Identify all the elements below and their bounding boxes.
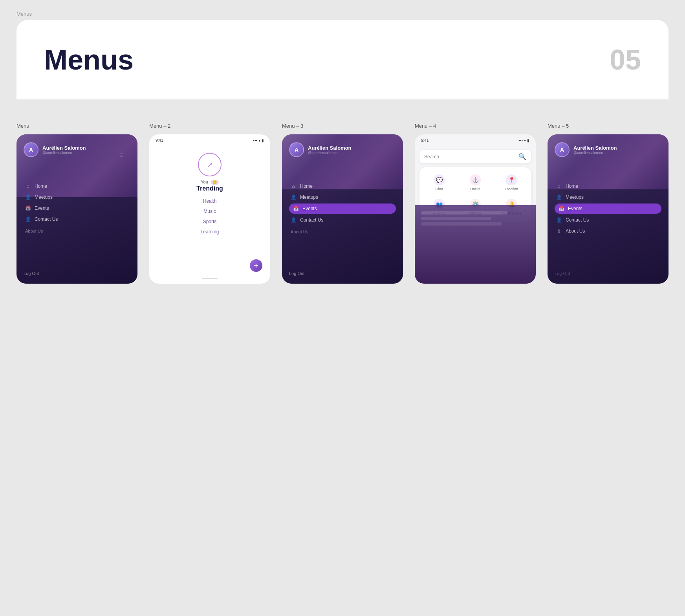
wifi-icon-4: ▾: [524, 138, 526, 143]
contact-icon: 👤: [25, 216, 31, 222]
menu1-user-handle: @aureliensalomon: [42, 151, 86, 155]
meetups-icon-3: 👤: [291, 194, 296, 200]
chart-area: ↗ You 😊 Trending Health Music Sports Lea…: [149, 145, 270, 241]
trending-sports[interactable]: Sports: [203, 216, 217, 227]
status-time-2: 9:41: [156, 138, 163, 143]
contact-icon-5: 👤: [556, 217, 562, 223]
menu5-item-events-active[interactable]: 📅 Events: [555, 204, 661, 214]
breadcrumb: Menus: [0, 0, 685, 20]
docks-icon: ⚓: [470, 174, 481, 185]
events-icon: 📅: [25, 205, 31, 211]
menu5-label: Menu – 5: [548, 123, 669, 129]
hero-number: 05: [610, 44, 641, 76]
menu2-col: Menu – 2 9:41 ▪▪▪ ▾ ▮ ↗ You 😊 Trending H…: [149, 123, 270, 284]
hamburger-icon[interactable]: ≡: [120, 152, 123, 159]
status-bar-2: 9:41 ▪▪▪ ▾ ▮: [149, 134, 270, 145]
about-icon-5: ℹ: [556, 228, 562, 234]
menu1-item-meetups[interactable]: 👤 Meetups: [24, 192, 130, 203]
chart-circle: ↗: [198, 153, 222, 176]
menu1-col: Menu A Aurélien Salomon @aureliensalomon…: [16, 123, 137, 284]
menu5-logout[interactable]: Log Out: [555, 271, 570, 276]
menu5-avatar: A: [555, 142, 570, 157]
home-icon-5: ⌂: [556, 183, 562, 189]
menu5-item-contact[interactable]: 👤 Contact Us: [555, 214, 661, 226]
status-icons-4: ▪▪▪ ▾ ▮: [518, 138, 529, 143]
menu4-frame: 9:41 ▪▪▪ ▾ ▮ Search 🔍 💬 Chat: [415, 134, 536, 284]
menu5-item-meetups[interactable]: 👤 Meetups: [555, 192, 661, 203]
fab-button[interactable]: +: [250, 259, 262, 272]
chat-icon: 💬: [434, 174, 445, 185]
you-badge: 😊: [211, 180, 219, 185]
location-icon: 📍: [506, 174, 517, 185]
you-label: You 😊: [201, 180, 219, 184]
menu3-avatar: A: [289, 142, 304, 157]
menu3-item-home[interactable]: ⌂ Home: [289, 181, 396, 192]
menu1-item-events[interactable]: 📅 Events: [24, 203, 130, 214]
menu3-user-handle: @aureliensalomon: [308, 151, 352, 155]
status-bar-4: 9:41 ▪▪▪ ▾ ▮: [415, 134, 536, 145]
menu1-about[interactable]: About Us: [24, 225, 130, 235]
status-time-4: 9:41: [421, 138, 429, 143]
meetups-icon-5: 👤: [556, 194, 562, 200]
menu5-avatar-section: A Aurélien Salomon @aureliensalomon: [555, 142, 661, 157]
status-icons-2: ▪▪▪ ▾ ▮: [253, 138, 264, 143]
search-input-4[interactable]: Search: [424, 154, 439, 160]
menu2-frame: 9:41 ▪▪▪ ▾ ▮ ↗ You 😊 Trending Health Mus…: [149, 134, 270, 284]
search-icon-4: 🔍: [518, 153, 526, 160]
grid-item-chat[interactable]: 💬 Chat: [422, 171, 456, 194]
menu3-col: Menu – 3 A Aurélien Salomon @aureliensal…: [282, 123, 403, 284]
signal-icon: ▪▪▪: [253, 138, 257, 143]
events-icon-3: 📅: [293, 206, 299, 211]
menu4-label: Menu – 4: [415, 123, 536, 129]
menu4-col: Menu – 4 9:41 ▪▪▪ ▾ ▮ Search 🔍 💬 Chat: [415, 123, 536, 284]
menu1-avatar-section: A Aurélien Salomon @aureliensalomon: [24, 142, 130, 157]
menu5-user-handle: @aureliensalomon: [573, 151, 617, 155]
menu3-item-events-active[interactable]: 📅 Events: [289, 204, 396, 214]
menu5-user-name: Aurélien Salomon: [573, 145, 617, 151]
menu1-user-name: Aurélien Salomon: [42, 145, 86, 151]
meetups-icon: 👤: [25, 194, 31, 200]
avatar: A: [24, 142, 38, 157]
menu3-label: Menu – 3: [282, 123, 403, 129]
menu3-logout[interactable]: Log Out: [289, 271, 304, 276]
home-icon-3: ⌂: [291, 183, 296, 189]
scroll-indicator: [202, 278, 218, 279]
hero-banner: Menus 05: [16, 20, 669, 99]
menu1-label: Menu: [16, 123, 137, 129]
menu3-avatar-section: A Aurélien Salomon @aureliensalomon: [289, 142, 396, 157]
menu1-frame: A Aurélien Salomon @aureliensalomon ≡ ⌂ …: [16, 134, 137, 284]
trending-health[interactable]: Health: [203, 196, 217, 206]
contact-icon-3: 👤: [291, 217, 296, 223]
menu4-bg-overlay: [415, 205, 536, 284]
mockups-section: Menu A Aurélien Salomon @aureliensalomon…: [0, 99, 685, 299]
menu3-frame: A Aurélien Salomon @aureliensalomon ⌂ Ho…: [282, 134, 403, 284]
wifi-icon: ▾: [258, 138, 260, 143]
trending-music[interactable]: Music: [203, 206, 216, 216]
menu3-item-meetups[interactable]: 👤 Meetups: [289, 192, 396, 203]
menu5-item-home[interactable]: ⌂ Home: [555, 181, 661, 192]
menu3-about[interactable]: About Us: [289, 226, 396, 236]
menu5-col: Menu – 5 A Aurélien Salomon @aureliensal…: [548, 123, 669, 284]
trending-title: Trending: [196, 185, 223, 192]
search-bar-4[interactable]: Search 🔍: [419, 150, 531, 163]
battery-icon: ▮: [262, 138, 264, 143]
events-icon-5: 📅: [559, 206, 564, 211]
grid-item-location[interactable]: 📍 Location: [494, 171, 529, 194]
menu3-item-contact[interactable]: 👤 Contact Us: [289, 214, 396, 226]
home-icon: ⌂: [25, 183, 31, 189]
signal-icon-4: ▪▪▪: [518, 138, 523, 143]
battery-icon-4: ▮: [527, 138, 529, 143]
menu3-user-name: Aurélien Salomon: [308, 145, 352, 151]
menu2-label: Menu – 2: [149, 123, 270, 129]
menu1-item-home[interactable]: ⌂ Home: [24, 181, 130, 192]
trending-learning[interactable]: Learning: [201, 227, 219, 237]
hero-title: Menus: [44, 44, 134, 76]
menu1-item-contact[interactable]: 👤 Contact Us: [24, 214, 130, 225]
menu5-item-about[interactable]: ℹ About Us: [555, 226, 661, 236]
menu5-frame: A Aurélien Salomon @aureliensalomon ⌂ Ho…: [548, 134, 669, 284]
grid-item-docks[interactable]: ⚓ Docks: [458, 171, 493, 194]
menu1-logout[interactable]: Log Out: [24, 271, 39, 276]
